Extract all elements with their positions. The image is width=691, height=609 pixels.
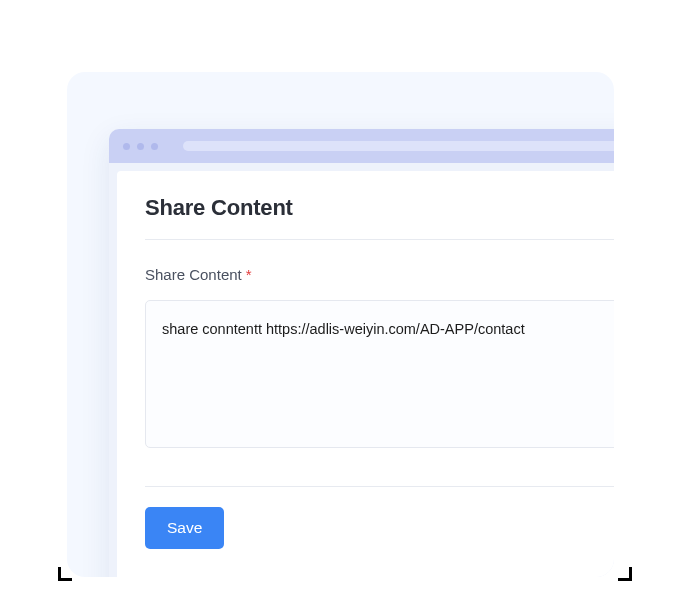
form-footer: Save <box>145 486 614 549</box>
crop-mark-icon <box>58 567 72 581</box>
required-indicator-icon: * <box>246 266 252 283</box>
share-content-form: Share Content * Save <box>145 240 614 549</box>
field-label-text: Share Content <box>145 266 242 283</box>
browser-body: Share Content Share Content * Save <box>109 163 614 577</box>
window-dot-icon <box>137 143 144 150</box>
preview-stage: Share Content Share Content * Save <box>67 72 614 577</box>
browser-window: Share Content Share Content * Save <box>109 129 614 577</box>
window-dot-icon <box>123 143 130 150</box>
page-title: Share Content <box>145 195 614 240</box>
content-card: Share Content Share Content * Save <box>117 171 614 577</box>
address-bar-placeholder <box>183 141 614 151</box>
share-content-label: Share Content * <box>145 266 252 283</box>
save-button[interactable]: Save <box>145 507 224 549</box>
share-content-textarea[interactable] <box>145 300 614 448</box>
window-dot-icon <box>151 143 158 150</box>
crop-mark-icon <box>618 567 632 581</box>
browser-titlebar <box>109 129 614 163</box>
